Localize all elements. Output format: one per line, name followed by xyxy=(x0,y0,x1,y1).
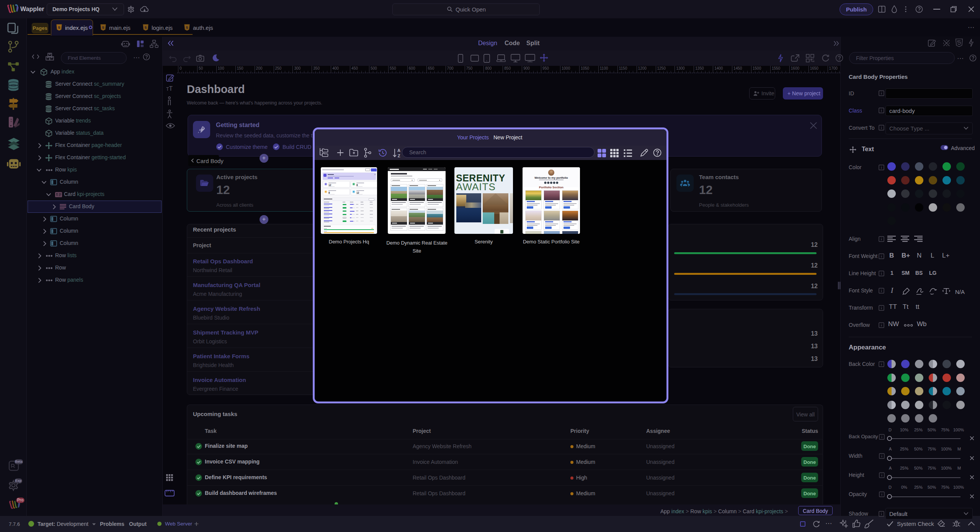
svg-text:5: 5 xyxy=(102,25,105,29)
svg-text:5: 5 xyxy=(58,25,60,29)
svg-text:5: 5 xyxy=(186,25,188,29)
svg-text:Z: Z xyxy=(398,153,400,158)
svg-text:A: A xyxy=(397,148,400,153)
svg-text:5: 5 xyxy=(145,25,147,29)
